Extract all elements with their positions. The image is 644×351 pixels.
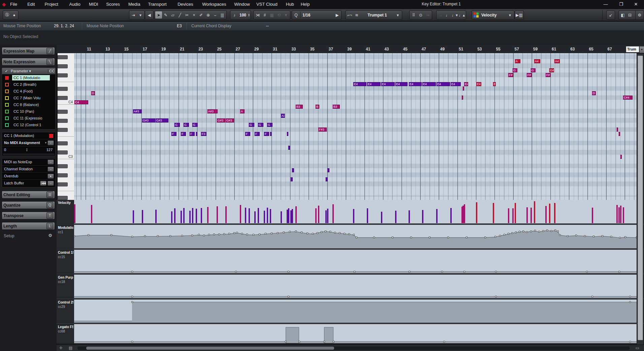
controller-point[interactable] [236, 232, 238, 234]
controller-point[interactable] [228, 233, 230, 235]
lane-grid-control-29[interactable] [74, 300, 637, 323]
velocity-bar[interactable] [264, 211, 265, 223]
velocity-bar[interactable] [554, 203, 555, 223]
controller-point[interactable] [144, 235, 146, 237]
velocity-bar[interactable] [508, 208, 509, 223]
cc-baseline[interactable] [74, 341, 637, 343]
midi-note-F[interactable]: F [264, 132, 269, 136]
erase-tool[interactable]: ▱ [169, 11, 176, 19]
velocity-bar[interactable] [422, 210, 423, 223]
horizontal-scrollbar[interactable] [77, 346, 630, 350]
controller-point[interactable] [235, 271, 237, 273]
controller-point[interactable] [591, 296, 593, 297]
controller-point[interactable] [203, 235, 205, 236]
latch-rewind-button[interactable]: |◀◀ [40, 181, 46, 186]
midi-note-G[interactable]: G [183, 123, 189, 127]
record-pitch[interactable]: ♩ [444, 11, 451, 19]
controller-point[interactable] [181, 235, 183, 237]
record-note-off-velocity[interactable]: ♩▴ [458, 11, 465, 19]
controller-point[interactable] [333, 341, 334, 343]
lane-label-modulatio[interactable]: Modulatiocc1 [57, 225, 74, 248]
velocity-bar[interactable] [436, 209, 438, 223]
menu-project[interactable]: Project [44, 2, 58, 7]
menu-devices[interactable]: Devices [178, 2, 193, 7]
midi-note-E4[interactable]: E4 [353, 82, 366, 86]
controller-point[interactable] [271, 233, 272, 234]
controller-point[interactable] [463, 271, 465, 273]
time-ruler[interactable]: 1113151719212325272931333537394143454749… [57, 45, 644, 54]
controller-point[interactable] [584, 235, 586, 237]
glue-tool[interactable]: ✐ [198, 11, 204, 19]
parameter-row-3[interactable]: CC 4 (Foot) [2, 88, 55, 95]
controller-point[interactable] [575, 235, 577, 236]
midi-note-Gs3[interactable]: G#3 [155, 118, 168, 122]
velocity-bar[interactable] [381, 212, 382, 223]
controller-point[interactable] [265, 233, 266, 235]
controller-point[interactable] [526, 231, 528, 233]
velocity-bar[interactable] [318, 206, 319, 223]
controller-point[interactable] [339, 232, 341, 234]
controller-point[interactable] [538, 231, 540, 233]
velocity-bar[interactable] [249, 208, 250, 223]
controller-point[interactable] [522, 231, 524, 232]
controller-point[interactable] [323, 341, 325, 343]
controller-point[interactable] [593, 236, 594, 237]
quantize-icon[interactable]: Q [293, 11, 299, 19]
velocity-bar[interactable] [171, 211, 172, 223]
midi-assignment-row[interactable]: No MIDI Assignment▾↓ [2, 139, 55, 146]
midi-note-Fs[interactable]: F# [508, 73, 513, 77]
controller-point[interactable] [344, 233, 345, 235]
midi-note-C4[interactable]: C4 [74, 100, 88, 104]
lane-label-gen-purp[interactable]: Gen Purpcc18 [57, 275, 74, 298]
event-colors-arrow[interactable]: ▾ [507, 11, 513, 19]
zoom-slider-icon[interactable]: ▭ [636, 346, 639, 350]
velocity-bar[interactable] [512, 208, 514, 223]
controller-point[interactable] [550, 230, 552, 232]
controller-point[interactable] [88, 234, 89, 236]
menu-help[interactable]: Help [301, 2, 310, 7]
mute-tool[interactable]: × [191, 11, 197, 19]
velocity-bar[interactable] [155, 210, 157, 223]
solo-editor-button[interactable]: Ⓢ [4, 11, 10, 19]
controller-point[interactable] [289, 231, 291, 233]
controller-point[interactable] [253, 234, 254, 236]
info-value-2[interactable]: -- [266, 24, 269, 28]
event-filter[interactable]: ▼ [283, 11, 289, 19]
velocity-bar[interactable] [196, 209, 197, 223]
velocity-bar[interactable] [367, 208, 368, 223]
velocity-bar[interactable] [181, 211, 182, 223]
menu-window[interactable]: Window [234, 2, 250, 7]
velocity-bar[interactable] [395, 211, 396, 223]
velocity-bar[interactable] [288, 208, 289, 223]
midi-note-E4[interactable]: E4 [395, 82, 408, 86]
velocity-bar[interactable] [91, 205, 92, 223]
velocity-bar[interactable] [192, 208, 193, 223]
controller-point[interactable] [223, 233, 225, 235]
controller-point[interactable] [534, 230, 536, 232]
midi-step-input[interactable]: ⊙ [417, 11, 424, 19]
parameter-color-square[interactable] [5, 103, 9, 107]
toolbar-setup-button[interactable]: ⚙ [636, 11, 643, 19]
parameter-row-5[interactable]: CC 8 (Balance) [2, 101, 55, 108]
parameter-color-square[interactable] [5, 96, 9, 100]
velocity-bar[interactable] [327, 209, 328, 223]
midi-note[interactable] [461, 96, 463, 100]
velocity-bar[interactable] [281, 211, 282, 223]
info-value-1[interactable]: E3 [177, 24, 182, 28]
midi-note[interactable] [462, 86, 464, 91]
velocity-bar[interactable] [545, 206, 547, 223]
midi-note-E[interactable]: E [493, 82, 496, 86]
midi-note-G4[interactable]: G4 [549, 68, 554, 72]
controller-point[interactable] [495, 271, 497, 273]
velocity-bar[interactable] [450, 208, 452, 223]
parameter-color-square[interactable] [5, 76, 9, 80]
controller-point[interactable] [602, 235, 603, 237]
section-chord-editing[interactable]: Chord Editing☰ [2, 191, 55, 199]
part-editing-mode[interactable]: ▦ [268, 11, 275, 19]
velocity-bar[interactable] [409, 210, 410, 223]
parameter-color-square[interactable] [5, 116, 9, 120]
layout-lower-zone-button[interactable]: ⊟ [626, 11, 633, 19]
controller-point[interactable] [636, 237, 637, 238]
midi-note-A[interactable]: A [240, 109, 245, 113]
controller-point[interactable] [288, 296, 289, 297]
